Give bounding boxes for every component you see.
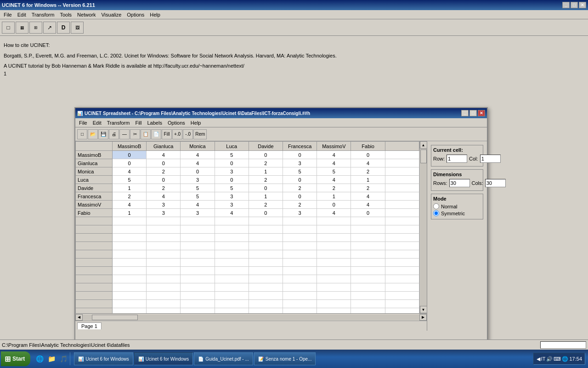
- ss-menu-file[interactable]: File: [76, 119, 90, 126]
- grid-cell-empty[interactable]: [215, 242, 249, 250]
- row-label-cell[interactable]: Gianluca: [76, 159, 113, 167]
- grid-cell[interactable]: 5: [215, 184, 249, 192]
- grid-cell[interactable]: 1: [249, 167, 283, 176]
- grid-cell[interactable]: 4: [112, 167, 146, 176]
- quicklaunch-ie[interactable]: 🌐: [34, 353, 45, 364]
- grid-cell[interactable]: 0: [249, 151, 283, 159]
- grid-cell[interactable]: 0: [249, 184, 283, 192]
- grid-cell-empty[interactable]: [147, 259, 181, 267]
- grid-cell-empty[interactable]: [283, 275, 317, 283]
- grid-cell[interactable]: 5: [112, 176, 146, 184]
- menu-help[interactable]: Help: [147, 11, 163, 18]
- hscroll-thumb[interactable]: [92, 315, 138, 320]
- grid-cell-empty[interactable]: [112, 234, 146, 242]
- grid-cell-empty[interactable]: [283, 292, 317, 300]
- grid-cell-empty[interactable]: [215, 308, 249, 314]
- toolbar-new[interactable]: □: [2, 22, 15, 34]
- grid-cell[interactable]: 5: [215, 151, 249, 159]
- mode-symmetric-radio[interactable]: [433, 210, 439, 216]
- grid-cell-extra[interactable]: [385, 209, 419, 217]
- grid-cell-empty[interactable]: [249, 250, 283, 259]
- row-label-cell[interactable]: Luca: [76, 176, 113, 184]
- ss-btn-paste[interactable]: 📄: [151, 129, 161, 139]
- grid-cell[interactable]: 0: [351, 151, 385, 159]
- ss-close-btn[interactable]: ✕: [478, 110, 485, 116]
- grid-cell-empty[interactable]: [249, 259, 283, 267]
- row-label-cell[interactable]: MassimoV: [76, 201, 113, 209]
- menu-options[interactable]: Options: [124, 11, 147, 18]
- ss-btn-inc[interactable]: +.0: [172, 129, 182, 139]
- ss-maximize-btn[interactable]: □: [469, 110, 477, 116]
- grid-cell-empty[interactable]: [283, 242, 317, 250]
- close-btn[interactable]: ✕: [579, 2, 586, 8]
- grid-cell-empty[interactable]: [249, 267, 283, 275]
- scroll-thumb-v[interactable]: [420, 150, 427, 163]
- maximize-btn[interactable]: □: [571, 2, 578, 8]
- ss-btn-cut[interactable]: ✂: [130, 129, 140, 139]
- row-label-cell[interactable]: MassimoB: [76, 151, 113, 159]
- grid-cell[interactable]: 3: [181, 176, 215, 184]
- grid-cell[interactable]: 0: [317, 201, 351, 209]
- grid-cell-empty[interactable]: [317, 308, 351, 314]
- grid-cell-empty[interactable]: [283, 259, 317, 267]
- grid-cell-empty[interactable]: [351, 217, 385, 225]
- grid-cell[interactable]: 2: [249, 176, 283, 184]
- grid-cell-empty[interactable]: [317, 225, 351, 234]
- grid-cell[interactable]: 2: [351, 167, 385, 176]
- title-bar-controls[interactable]: _ □ ✕: [562, 2, 586, 8]
- grid-cell-empty[interactable]: [147, 267, 181, 275]
- grid-cell-empty[interactable]: [385, 217, 419, 225]
- rows-input[interactable]: [449, 179, 470, 187]
- grid-cell[interactable]: 4: [351, 201, 385, 209]
- row-label-empty[interactable]: [76, 292, 113, 300]
- grid-cell-empty[interactable]: [215, 234, 249, 242]
- grid-cell-empty[interactable]: [147, 234, 181, 242]
- grid-cell-empty[interactable]: [215, 292, 249, 300]
- grid-cell-empty[interactable]: [385, 225, 419, 234]
- grid-cell-extra[interactable]: [385, 151, 419, 159]
- grid-cell-empty[interactable]: [112, 225, 146, 234]
- hscroll-track[interactable]: [83, 315, 419, 320]
- grid-cell-empty[interactable]: [351, 283, 385, 292]
- grid-cell-empty[interactable]: [215, 250, 249, 259]
- toolbar-grid[interactable]: ⊞: [29, 22, 42, 34]
- grid-cell-empty[interactable]: [249, 275, 283, 283]
- grid-cell[interactable]: 0: [283, 176, 317, 184]
- grid-cell-empty[interactable]: [351, 250, 385, 259]
- grid-cell-empty[interactable]: [181, 234, 215, 242]
- grid-cell-empty[interactable]: [351, 234, 385, 242]
- grid-cell[interactable]: 2: [147, 184, 181, 192]
- grid-cell[interactable]: 3: [147, 209, 181, 217]
- grid-cell[interactable]: 4: [181, 201, 215, 209]
- grid-cell[interactable]: 0: [283, 192, 317, 201]
- menu-transform[interactable]: Transform: [29, 11, 57, 18]
- grid-cell-empty[interactable]: [181, 275, 215, 283]
- grid-cell[interactable]: 1: [112, 184, 146, 192]
- grid-cell-empty[interactable]: [112, 242, 146, 250]
- row-label-cell[interactable]: Francesca: [76, 192, 113, 201]
- grid-cell-empty[interactable]: [351, 275, 385, 283]
- grid-cell-empty[interactable]: [351, 267, 385, 275]
- menu-file[interactable]: File: [1, 11, 15, 18]
- row-label-empty[interactable]: [76, 275, 113, 283]
- grid-cell[interactable]: 5: [181, 184, 215, 192]
- toolbar-image[interactable]: 🖼: [71, 22, 84, 34]
- grid-cell-empty[interactable]: [215, 275, 249, 283]
- grid-cell-empty[interactable]: [351, 300, 385, 308]
- ss-btn-new[interactable]: □: [77, 129, 87, 139]
- grid-cell-empty[interactable]: [215, 300, 249, 308]
- grid-cell-empty[interactable]: [317, 292, 351, 300]
- grid-cell[interactable]: 5: [283, 167, 317, 176]
- ss-menu-options[interactable]: Options: [165, 119, 188, 126]
- row-label-empty[interactable]: [76, 259, 113, 267]
- grid-cell[interactable]: 0: [181, 167, 215, 176]
- grid-cell-empty[interactable]: [283, 283, 317, 292]
- grid-cell-empty[interactable]: [283, 250, 317, 259]
- grid-cell-empty[interactable]: [351, 225, 385, 234]
- scroll-up-btn[interactable]: ▲: [420, 141, 427, 149]
- ss-scrollbar-v[interactable]: ▲ ▼: [419, 141, 427, 313]
- grid-cell-empty[interactable]: [181, 283, 215, 292]
- grid-cell-empty[interactable]: [249, 217, 283, 225]
- grid-cell[interactable]: 4: [351, 159, 385, 167]
- menu-network[interactable]: Network: [74, 11, 98, 18]
